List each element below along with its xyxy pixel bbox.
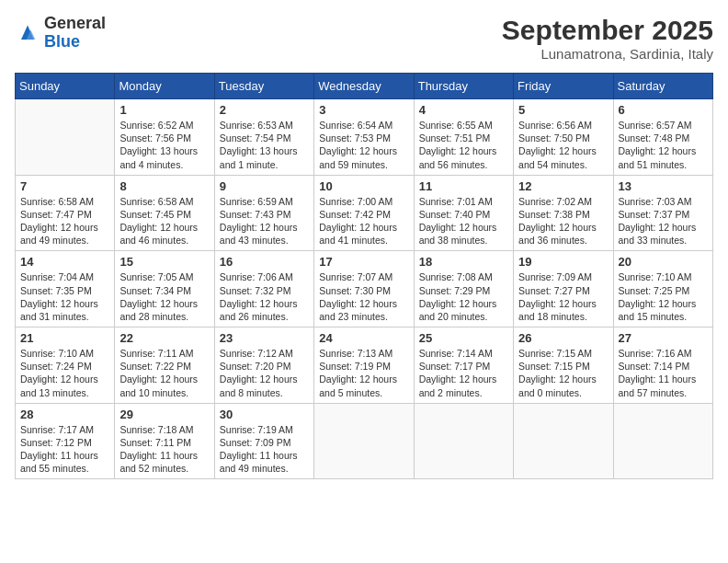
calendar-cell xyxy=(314,403,414,479)
calendar-week-3: 14Sunrise: 7:04 AM Sunset: 7:35 PM Dayli… xyxy=(16,251,713,327)
day-number: 25 xyxy=(419,331,508,345)
month-title: September 2025 xyxy=(502,15,713,46)
day-number: 21 xyxy=(20,331,109,345)
calendar-cell: 18Sunrise: 7:08 AM Sunset: 7:29 PM Dayli… xyxy=(414,251,513,327)
calendar-cell: 8Sunrise: 6:58 AM Sunset: 7:45 PM Daylig… xyxy=(115,175,214,251)
day-number: 2 xyxy=(220,103,309,117)
logo-general: General xyxy=(44,15,106,33)
calendar-week-2: 7Sunrise: 6:58 AM Sunset: 7:47 PM Daylig… xyxy=(16,175,713,251)
calendar-cell: 22Sunrise: 7:11 AM Sunset: 7:22 PM Dayli… xyxy=(115,327,214,404)
calendar-cell: 28Sunrise: 7:17 AM Sunset: 7:12 PM Dayli… xyxy=(16,403,115,479)
calendar-header-saturday: Saturday xyxy=(613,74,712,99)
day-number: 30 xyxy=(220,408,309,421)
day-info: Sunrise: 7:11 AM Sunset: 7:22 PM Dayligh… xyxy=(119,347,209,399)
calendar-header-row: SundayMondayTuesdayWednesdayThursdayFrid… xyxy=(16,74,713,99)
calendar-cell: 10Sunrise: 7:00 AM Sunset: 7:42 PM Dayli… xyxy=(314,175,414,251)
logo: General Blue xyxy=(15,15,106,52)
day-info: Sunrise: 7:10 AM Sunset: 7:24 PM Dayligh… xyxy=(20,347,109,399)
logo-blue: Blue xyxy=(44,33,106,52)
calendar-cell: 13Sunrise: 7:03 AM Sunset: 7:37 PM Dayli… xyxy=(613,175,712,251)
day-info: Sunrise: 7:16 AM Sunset: 7:14 PM Dayligh… xyxy=(619,347,708,399)
day-number: 8 xyxy=(119,179,209,193)
calendar-cell: 16Sunrise: 7:06 AM Sunset: 7:32 PM Dayli… xyxy=(214,251,313,327)
calendar-cell xyxy=(414,403,513,479)
day-info: Sunrise: 7:09 AM Sunset: 7:27 PM Dayligh… xyxy=(518,270,608,323)
day-number: 15 xyxy=(119,255,209,269)
day-number: 11 xyxy=(419,179,508,193)
day-info: Sunrise: 6:54 AM Sunset: 7:53 PM Dayligh… xyxy=(319,119,408,171)
calendar-cell: 1Sunrise: 6:52 AM Sunset: 7:56 PM Daylig… xyxy=(115,99,214,176)
day-info: Sunrise: 7:04 AM Sunset: 7:35 PM Dayligh… xyxy=(20,270,109,323)
day-number: 13 xyxy=(619,179,708,193)
day-number: 23 xyxy=(220,331,309,345)
calendar-cell: 15Sunrise: 7:05 AM Sunset: 7:34 PM Dayli… xyxy=(115,251,214,327)
day-number: 1 xyxy=(119,103,209,117)
calendar-week-1: 1Sunrise: 6:52 AM Sunset: 7:56 PM Daylig… xyxy=(16,99,713,176)
calendar-header-wednesday: Wednesday xyxy=(314,74,414,99)
calendar-cell xyxy=(16,99,115,176)
calendar-cell: 7Sunrise: 6:58 AM Sunset: 7:47 PM Daylig… xyxy=(16,175,115,251)
day-info: Sunrise: 7:10 AM Sunset: 7:25 PM Dayligh… xyxy=(619,270,708,323)
day-number: 24 xyxy=(319,331,408,345)
day-number: 4 xyxy=(419,103,508,117)
day-info: Sunrise: 7:03 AM Sunset: 7:37 PM Dayligh… xyxy=(619,195,708,247)
calendar-cell: 30Sunrise: 7:19 AM Sunset: 7:09 PM Dayli… xyxy=(214,403,313,479)
day-info: Sunrise: 7:15 AM Sunset: 7:15 PM Dayligh… xyxy=(518,347,608,399)
logo-text: General Blue xyxy=(44,15,106,52)
calendar-header-sunday: Sunday xyxy=(16,74,115,99)
day-number: 7 xyxy=(20,179,109,193)
day-number: 18 xyxy=(419,255,508,269)
day-number: 14 xyxy=(20,255,109,269)
calendar-header-thursday: Thursday xyxy=(414,74,513,99)
day-info: Sunrise: 7:19 AM Sunset: 7:09 PM Dayligh… xyxy=(220,423,309,476)
calendar-table: SundayMondayTuesdayWednesdayThursdayFrid… xyxy=(15,73,713,479)
calendar-cell xyxy=(514,403,613,479)
calendar-week-4: 21Sunrise: 7:10 AM Sunset: 7:24 PM Dayli… xyxy=(16,327,713,404)
calendar-cell: 29Sunrise: 7:18 AM Sunset: 7:11 PM Dayli… xyxy=(115,403,214,479)
calendar-week-5: 28Sunrise: 7:17 AM Sunset: 7:12 PM Dayli… xyxy=(16,403,713,479)
day-number: 10 xyxy=(319,179,408,193)
calendar-cell: 27Sunrise: 7:16 AM Sunset: 7:14 PM Dayli… xyxy=(613,327,712,404)
calendar-cell: 9Sunrise: 6:59 AM Sunset: 7:43 PM Daylig… xyxy=(214,175,313,251)
day-number: 5 xyxy=(518,103,608,117)
day-info: Sunrise: 7:05 AM Sunset: 7:34 PM Dayligh… xyxy=(119,270,209,323)
day-info: Sunrise: 6:55 AM Sunset: 7:51 PM Dayligh… xyxy=(419,119,508,171)
day-info: Sunrise: 7:07 AM Sunset: 7:30 PM Dayligh… xyxy=(319,270,408,323)
day-number: 16 xyxy=(220,255,309,269)
day-number: 28 xyxy=(20,408,109,421)
day-info: Sunrise: 6:59 AM Sunset: 7:43 PM Dayligh… xyxy=(220,195,309,247)
day-number: 9 xyxy=(220,179,309,193)
page-header: General Blue September 2025 Lunamatrona,… xyxy=(15,15,713,62)
day-number: 12 xyxy=(518,179,608,193)
day-info: Sunrise: 7:00 AM Sunset: 7:42 PM Dayligh… xyxy=(319,195,408,247)
day-info: Sunrise: 7:17 AM Sunset: 7:12 PM Dayligh… xyxy=(20,423,109,476)
calendar-cell: 21Sunrise: 7:10 AM Sunset: 7:24 PM Dayli… xyxy=(16,327,115,404)
calendar-cell xyxy=(613,403,712,479)
day-info: Sunrise: 7:12 AM Sunset: 7:20 PM Dayligh… xyxy=(220,347,309,399)
calendar-cell: 19Sunrise: 7:09 AM Sunset: 7:27 PM Dayli… xyxy=(514,251,613,327)
calendar-header-tuesday: Tuesday xyxy=(214,74,313,99)
day-info: Sunrise: 7:01 AM Sunset: 7:40 PM Dayligh… xyxy=(419,195,508,247)
day-info: Sunrise: 6:56 AM Sunset: 7:50 PM Dayligh… xyxy=(518,119,608,171)
title-block: September 2025 Lunamatrona, Sardinia, It… xyxy=(502,15,713,62)
day-number: 3 xyxy=(319,103,408,117)
day-info: Sunrise: 6:58 AM Sunset: 7:45 PM Dayligh… xyxy=(119,195,209,247)
day-info: Sunrise: 6:58 AM Sunset: 7:47 PM Dayligh… xyxy=(20,195,109,247)
day-info: Sunrise: 6:52 AM Sunset: 7:56 PM Dayligh… xyxy=(119,119,209,171)
calendar-cell: 6Sunrise: 6:57 AM Sunset: 7:48 PM Daylig… xyxy=(613,99,712,176)
day-info: Sunrise: 6:53 AM Sunset: 7:54 PM Dayligh… xyxy=(220,119,309,171)
calendar-cell: 20Sunrise: 7:10 AM Sunset: 7:25 PM Dayli… xyxy=(613,251,712,327)
day-info: Sunrise: 7:13 AM Sunset: 7:19 PM Dayligh… xyxy=(319,347,408,399)
calendar-cell: 2Sunrise: 6:53 AM Sunset: 7:54 PM Daylig… xyxy=(214,99,313,176)
day-number: 17 xyxy=(319,255,408,269)
calendar-cell: 17Sunrise: 7:07 AM Sunset: 7:30 PM Dayli… xyxy=(314,251,414,327)
calendar-cell: 26Sunrise: 7:15 AM Sunset: 7:15 PM Dayli… xyxy=(514,327,613,404)
location: Lunamatrona, Sardinia, Italy xyxy=(502,46,713,62)
day-number: 27 xyxy=(619,331,708,345)
calendar-cell: 11Sunrise: 7:01 AM Sunset: 7:40 PM Dayli… xyxy=(414,175,513,251)
calendar-cell: 12Sunrise: 7:02 AM Sunset: 7:38 PM Dayli… xyxy=(514,175,613,251)
calendar-cell: 23Sunrise: 7:12 AM Sunset: 7:20 PM Dayli… xyxy=(214,327,313,404)
calendar-cell: 24Sunrise: 7:13 AM Sunset: 7:19 PM Dayli… xyxy=(314,327,414,404)
day-info: Sunrise: 7:06 AM Sunset: 7:32 PM Dayligh… xyxy=(220,270,309,323)
calendar-header-friday: Friday xyxy=(514,74,613,99)
